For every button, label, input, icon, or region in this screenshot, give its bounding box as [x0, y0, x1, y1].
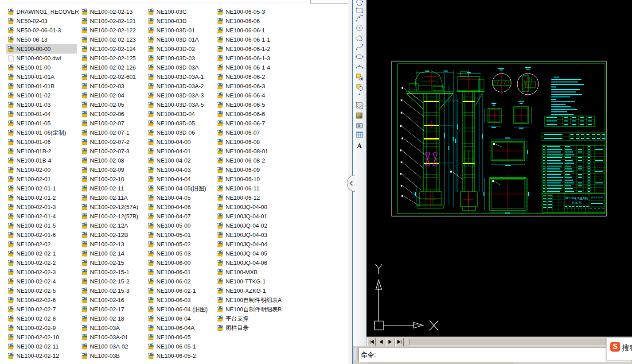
file-item[interactable]: NE100-02-15: [80, 258, 145, 267]
file-item[interactable]: NE100-02-14: [80, 249, 145, 258]
file-item[interactable]: NE100-02-02-11: [6, 342, 77, 351]
file-item[interactable]: NE100-06-06-3: [215, 81, 285, 91]
file-item[interactable]: NE50-02-06-01-3: [6, 26, 77, 35]
file-item[interactable]: NE100-01-04: [6, 109, 77, 119]
tab-nav-previous-button[interactable]: [377, 338, 385, 346]
file-item[interactable]: NE100-04-06: [146, 202, 214, 212]
file-item[interactable]: NE100JQ-04-04: [215, 240, 285, 249]
file-item[interactable]: NE100-02-08: [80, 156, 145, 165]
file-item[interactable]: NE100-03D-01A: [146, 35, 214, 44]
tab-scrollbar[interactable]: [409, 339, 630, 345]
file-item[interactable]: NE100-XZKG-1: [215, 286, 285, 295]
file-item[interactable]: NE100-02-01: [6, 174, 77, 184]
file-item[interactable]: NE100自制件明细表A: [215, 295, 285, 305]
file-item[interactable]: NE100-06-04: [146, 314, 214, 323]
draw-tool-ellipse[interactable]: [355, 52, 364, 62]
file-item[interactable]: NE100-02-02-125: [80, 54, 145, 63]
draw-tool-table[interactable]: [355, 130, 364, 139]
file-item[interactable]: NE100-02-01-6: [6, 230, 77, 240]
file-item[interactable]: 平台支撑: [215, 314, 285, 323]
file-item[interactable]: NE100-02-03: [80, 81, 145, 91]
file-item[interactable]: NE100-02-02-5: [6, 286, 77, 295]
file-item[interactable]: NE100-03D-01: [146, 26, 214, 35]
file-item[interactable]: NE100-02-12B: [80, 230, 145, 240]
file-item[interactable]: NE100-02-07-2: [80, 137, 145, 147]
file-item[interactable]: NE100-02-16: [80, 295, 145, 305]
file-item[interactable]: NE100-03A: [80, 323, 145, 333]
file-item[interactable]: NE100-05-00: [146, 221, 214, 230]
file-item[interactable]: NE100JQ-04-02: [215, 221, 285, 230]
file-item[interactable]: NE100-02-02-10: [6, 333, 77, 342]
file-item[interactable]: NE100-06-06: [215, 16, 285, 26]
file-item[interactable]: NE100-06-06-1-1: [215, 35, 285, 44]
file-item[interactable]: NE100-02-05: [80, 100, 145, 109]
file-item[interactable]: NE100-06-06-2: [215, 72, 285, 81]
file-item[interactable]: NE100-06-06-1-4: [215, 63, 285, 72]
file-item[interactable]: NE100-06-06-1-3: [215, 54, 285, 63]
file-item[interactable]: NE100-02-15-1: [80, 267, 145, 277]
file-item[interactable]: NE100JQ-04-01: [215, 212, 285, 221]
file-item[interactable]: NE100-03D: [146, 16, 214, 26]
file-item[interactable]: NE100-04-01: [146, 147, 214, 156]
file-item[interactable]: NE100-01-01B: [6, 81, 77, 91]
file-item[interactable]: NE100-06-04 (旧图): [146, 305, 214, 314]
file-item[interactable]: NE100-02-01-2: [6, 193, 77, 202]
file-item[interactable]: NE100-02-07: [80, 119, 145, 128]
file-item[interactable]: NE100-02-02-1: [6, 249, 77, 258]
file-item[interactable]: NE100-01B-2: [6, 147, 77, 156]
file-item[interactable]: NE100-02-02-3: [6, 267, 77, 277]
file-item[interactable]: NE100-03D-03A-5: [146, 100, 214, 109]
file-item[interactable]: NE100-02-02: [6, 240, 77, 249]
file-item[interactable]: NE100-06-12: [215, 193, 285, 202]
file-item[interactable]: NE100-06-03: [146, 295, 214, 305]
file-item[interactable]: NE100-03D-05: [146, 119, 214, 128]
file-item[interactable]: NE100-02-09: [80, 165, 145, 174]
file-item[interactable]: NE100-04-07: [146, 212, 214, 221]
file-item[interactable]: NE100-02-11: [80, 184, 145, 193]
draw-tool-ellipse-arc[interactable]: [355, 62, 364, 72]
file-item[interactable]: NE100-02-06: [80, 109, 145, 119]
tab-nav-first-button[interactable]: [367, 338, 376, 346]
file-item[interactable]: NE100-00-00: [6, 44, 77, 54]
file-item[interactable]: NE100-06-01: [146, 267, 214, 277]
file-item[interactable]: NE100-02-12(57A): [80, 202, 145, 212]
file-item[interactable]: NE50-06-13: [6, 35, 77, 44]
file-item[interactable]: NE100-01-01A: [6, 72, 77, 81]
file-item[interactable]: NE100-02-00: [6, 165, 77, 174]
file-item[interactable]: NE100-MXB: [215, 267, 285, 277]
file-item[interactable]: NE100-02-01-1: [6, 184, 77, 193]
file-item[interactable]: NE100-06-06-6: [215, 109, 285, 119]
file-item[interactable]: NE100-01-00: [6, 63, 77, 72]
draw-tool-region[interactable]: [355, 121, 364, 131]
file-item[interactable]: NE100-02-02-601: [80, 72, 145, 81]
file-item[interactable]: NE100-06-05: [146, 333, 214, 342]
file-item[interactable]: NE100-06-06-5: [215, 100, 285, 109]
file-item[interactable]: NE100-02-15-2: [80, 277, 145, 286]
file-item[interactable]: NE100-06-07: [215, 128, 285, 137]
file-item[interactable]: NE100-TTKG-1: [215, 277, 285, 286]
file-item[interactable]: NE100-06-02-1: [146, 286, 214, 295]
file-item[interactable]: NE100-06-02: [146, 277, 214, 286]
file-item[interactable]: NE100-02-12A: [80, 221, 145, 230]
file-item[interactable]: NE100JQ-04-03: [215, 230, 285, 240]
file-item[interactable]: NE100-02-01-5: [6, 221, 77, 230]
file-item[interactable]: NE100JQ-04-06: [215, 258, 285, 267]
draw-tool-mtext[interactable]: A: [355, 140, 364, 150]
draw-tool-circle[interactable]: [355, 23, 364, 33]
file-item[interactable]: NE100-06-11: [215, 184, 285, 193]
file-item[interactable]: NE100-02-02-9: [6, 323, 77, 333]
file-item[interactable]: NE100-02-02-124: [80, 44, 145, 54]
file-item[interactable]: NE100JQ-04-00: [215, 202, 285, 212]
file-item[interactable]: NE100-06-06-1: [215, 26, 285, 35]
file-item[interactable]: NE100-02-07-3: [80, 147, 145, 156]
file-item[interactable]: NE100-02-02-7: [6, 305, 77, 314]
draw-tool-arc[interactable]: [355, 13, 364, 23]
file-item[interactable]: NE100-06-10: [215, 174, 285, 184]
file-explorer-pane[interactable]: DRAWING1_RECOVERNE50-02-03NE50-02-06-01-…: [0, 0, 348, 364]
file-item[interactable]: NE100-06-05-3: [215, 7, 285, 16]
file-item[interactable]: NE100-04-00: [146, 137, 214, 147]
file-item[interactable]: NE100-02-01-3: [6, 202, 77, 212]
file-item[interactable]: NE100-01-02: [6, 91, 77, 100]
file-item[interactable]: NE100-01-03: [6, 100, 77, 109]
file-item[interactable]: NE100-05-03: [146, 249, 214, 258]
